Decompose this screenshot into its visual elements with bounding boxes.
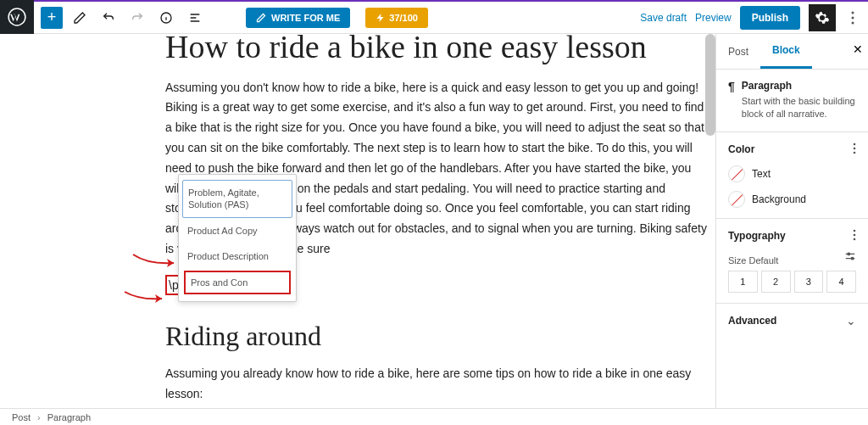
slash-suggestions-menu: Problem, Agitate, Solution (PAS) Product… xyxy=(178,174,297,302)
post-title[interactable]: How to ride a bike in one easy lesson xyxy=(165,34,708,66)
settings-button[interactable] xyxy=(809,4,836,31)
redo-button[interactable] xyxy=(125,6,149,30)
annotation-arrow-icon xyxy=(123,288,170,305)
size-preset[interactable]: 2 xyxy=(761,271,791,293)
svg-point-9 xyxy=(854,233,856,236)
typography-section-title: Typography xyxy=(728,230,786,242)
svg-point-8 xyxy=(854,229,856,232)
block-breadcrumb: Post › Paragraph xyxy=(0,408,868,425)
sidebar-tabs: Post Block ✕ xyxy=(716,34,868,70)
svg-point-0 xyxy=(8,8,25,25)
credits-button[interactable]: 37/100 xyxy=(365,8,428,28)
suggestion-item-highlighted[interactable]: Pros and Con xyxy=(184,271,291,294)
text-color-control[interactable]: Text xyxy=(728,165,856,182)
advanced-section[interactable]: Advanced ⌄ xyxy=(716,304,868,338)
color-swatch-icon xyxy=(728,191,745,208)
heading-block[interactable]: Riding around xyxy=(165,321,708,352)
block-sidebar: Post Block ✕ ¶ Paragraph Start with the … xyxy=(715,34,868,408)
preview-button[interactable]: Preview xyxy=(695,12,732,24)
svg-point-2 xyxy=(852,11,854,14)
tab-post[interactable]: Post xyxy=(716,34,760,69)
close-sidebar-button[interactable]: ✕ xyxy=(853,42,863,56)
size-preset[interactable]: 4 xyxy=(826,271,856,293)
color-section: Color Text Background xyxy=(716,132,868,219)
suggestion-item[interactable]: Product Description xyxy=(179,243,296,269)
size-presets: 1 2 3 4 xyxy=(728,271,856,293)
background-color-control[interactable]: Background xyxy=(728,191,856,208)
suggestion-item[interactable]: Product Ad Copy xyxy=(179,218,296,243)
svg-point-11 xyxy=(848,253,850,255)
typography-section: Typography Size Default 1 2 3 4 xyxy=(716,219,868,304)
wordpress-logo[interactable] xyxy=(0,0,34,34)
svg-point-7 xyxy=(854,151,856,154)
info-button[interactable] xyxy=(154,6,178,30)
more-icon[interactable] xyxy=(853,229,856,243)
svg-point-3 xyxy=(852,16,854,19)
svg-point-10 xyxy=(854,238,856,240)
svg-point-12 xyxy=(851,258,854,260)
editor-canvas: How to ride a bike in one easy lesson As… xyxy=(0,34,715,408)
chevron-down-icon: ⌄ xyxy=(846,314,856,327)
chevron-right-icon: › xyxy=(37,412,41,422)
more-icon[interactable] xyxy=(853,143,856,157)
publish-button[interactable]: Publish xyxy=(740,6,800,30)
text-color-label: Text xyxy=(752,168,771,180)
background-color-label: Background xyxy=(752,193,806,205)
toolbar-right: Save draft Preview Publish xyxy=(640,4,861,31)
paragraph-block[interactable]: Assuming you already know how to ride a … xyxy=(165,364,708,405)
svg-point-6 xyxy=(854,147,856,149)
more-menu-button[interactable] xyxy=(844,4,861,31)
block-type-section: ¶ Paragraph Start with the basic buildin… xyxy=(716,70,868,132)
write-for-me-label: WRITE FOR ME xyxy=(271,13,340,23)
outline-button[interactable] xyxy=(183,6,207,30)
annotation-arrow-icon xyxy=(131,253,182,270)
slider-icon[interactable] xyxy=(844,250,856,265)
size-label: Size Default xyxy=(728,255,778,266)
size-preset[interactable]: 1 xyxy=(728,271,758,293)
credits-label: 37/100 xyxy=(389,13,418,23)
save-draft-button[interactable]: Save draft xyxy=(640,12,687,24)
suggestion-item[interactable]: Problem, Agitate, Solution (PAS) xyxy=(182,180,292,218)
write-for-me-button[interactable]: WRITE FOR ME xyxy=(246,8,350,28)
breadcrumb-current[interactable]: Paragraph xyxy=(47,412,91,422)
block-type-label: Paragraph xyxy=(742,80,856,92)
size-preset[interactable]: 3 xyxy=(794,271,824,293)
tab-block[interactable]: Block xyxy=(760,34,812,69)
color-swatch-icon xyxy=(728,165,745,182)
undo-button[interactable] xyxy=(97,6,120,30)
svg-point-4 xyxy=(852,21,854,24)
add-block-button[interactable]: + xyxy=(41,7,63,29)
advanced-title: Advanced xyxy=(728,315,776,327)
svg-point-5 xyxy=(854,143,856,145)
editor-toolbar: + WRITE FOR ME 37/100 Save draft Preview… xyxy=(34,0,868,34)
breadcrumb-root[interactable]: Post xyxy=(12,412,31,422)
paragraph-icon: ¶ xyxy=(728,80,735,93)
toolbar-left: + WRITE FOR ME 37/100 xyxy=(41,6,428,30)
block-type-desc: Start with the basic building block of a… xyxy=(742,95,856,121)
edit-mode-button[interactable] xyxy=(68,6,92,30)
color-section-title: Color xyxy=(728,143,754,155)
